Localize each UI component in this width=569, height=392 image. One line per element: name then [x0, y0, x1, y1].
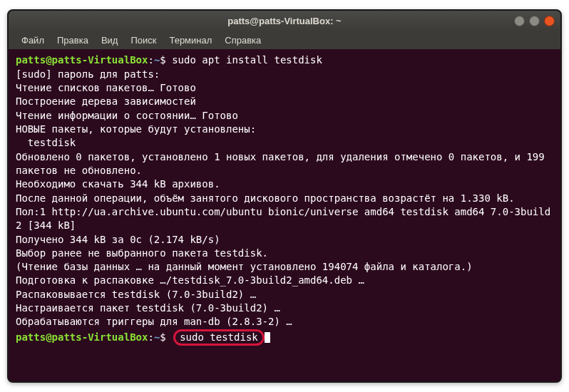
cursor-icon — [265, 332, 270, 343]
menubar: Файл Правка Вид Поиск Терминал Справка — [9, 31, 560, 49]
minimize-button[interactable] — [514, 16, 525, 26]
output-line: (Чтение базы данных … на данный момент у… — [16, 260, 553, 274]
prompt-symbol: $ — [160, 331, 165, 343]
terminal-window: patts@patts-VirtualBox: ~ Файл Правка Ви… — [7, 9, 562, 382]
menu-edit[interactable]: Правка — [51, 33, 94, 47]
close-button[interactable] — [544, 16, 555, 26]
output-line: Распаковывается testdisk (7.0-3build2) … — [16, 288, 553, 301]
output-line: Выбор ранее не выбранного пакета testdis… — [16, 247, 553, 260]
prompt-line-2: patts@patts-VirtualBox:~$ sudo testdisk — [16, 329, 553, 346]
prompt-user: patts@patts-VirtualBox — [16, 54, 148, 66]
menu-file[interactable]: Файл — [16, 33, 50, 47]
output-line: Получено 344 kB за 0с (2.174 kB/s) — [16, 233, 553, 247]
command-2: sudo testdisk — [180, 331, 258, 343]
window-title: patts@patts-VirtualBox: ~ — [227, 16, 341, 26]
prompt-symbol: $ — [160, 54, 165, 66]
prompt-colon: : — [148, 54, 153, 66]
highlighted-command: sudo testdisk — [173, 329, 265, 346]
window-controls — [514, 16, 555, 26]
output-line: Чтение информации о состоянии… Готово — [16, 109, 553, 123]
output-line: Обрабатываются триггеры для man-db (2.8.… — [16, 315, 553, 329]
output-line: НОВЫЕ пакеты, которые будут установлены: — [16, 123, 553, 136]
menu-terminal[interactable]: Терминал — [163, 33, 217, 47]
output-line: После данной операции, объём занятого ди… — [16, 192, 553, 205]
terminal-body[interactable]: patts@patts-VirtualBox:~$ sudo apt insta… — [9, 49, 560, 381]
output-line: Необходимо скачать 344 kB архивов. — [16, 177, 553, 191]
prompt-line-1: patts@patts-VirtualBox:~$ sudo apt insta… — [16, 53, 553, 67]
prompt-user: patts@patts-VirtualBox — [16, 331, 148, 343]
maximize-button[interactable] — [529, 16, 540, 26]
command-1: sudo apt install testdisk — [166, 54, 322, 66]
output-line: Настраивается пакет testdisk (7.0-3build… — [16, 301, 553, 315]
output-line: Построение дерева зависимостей — [16, 95, 553, 108]
output-line: Пол:1 http://ua.archive.ubuntu.com/ubunt… — [16, 205, 553, 233]
output-line: Обновлено 0 пакетов, установлено 1 новых… — [16, 150, 553, 178]
prompt-colon: : — [148, 331, 153, 343]
titlebar[interactable]: patts@patts-VirtualBox: ~ — [9, 11, 560, 31]
menu-help[interactable]: Справка — [219, 33, 267, 47]
menu-view[interactable]: Вид — [96, 33, 124, 47]
output-line: [sudo] пароль для patts: — [16, 68, 553, 81]
output-line: Чтение списков пакетов… Готово — [16, 81, 553, 95]
output-line: testdisk — [16, 136, 553, 150]
output-line: Подготовка к распаковке …/testdisk_7.0-3… — [16, 274, 553, 287]
menu-search[interactable]: Поиск — [125, 33, 162, 47]
